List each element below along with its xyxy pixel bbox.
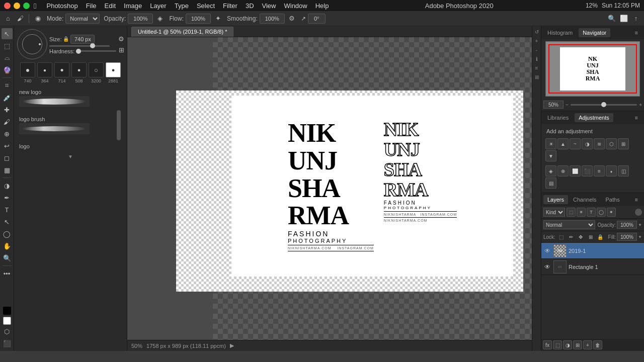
move-tool[interactable]: ↖ bbox=[2, 28, 13, 39]
minimize-button[interactable] bbox=[14, 3, 20, 9]
clone-tool[interactable]: ⊕ bbox=[2, 128, 13, 139]
rotate-view-icon[interactable]: ↺ bbox=[533, 28, 540, 35]
panel-menu-icon[interactable]: ≡ bbox=[631, 28, 642, 37]
tab-libraries[interactable]: Libraries bbox=[543, 113, 573, 122]
adj-exposure[interactable]: ◑ bbox=[582, 138, 593, 149]
marquee-tool[interactable]: ⬚ bbox=[2, 40, 13, 51]
healing-tool[interactable]: ✚ bbox=[2, 104, 13, 115]
nav-zoom-slider[interactable] bbox=[571, 104, 637, 106]
layer-delete-btn[interactable]: 🗑 bbox=[593, 340, 602, 349]
adj-invert[interactable]: ⬛ bbox=[582, 165, 593, 176]
frame-icon[interactable]: ⬜ bbox=[619, 14, 629, 24]
opacity-input[interactable] bbox=[128, 14, 153, 24]
info-icon[interactable]: ℹ bbox=[533, 55, 540, 62]
adj-channelmixer[interactable]: ⊕ bbox=[557, 165, 569, 176]
lock-position[interactable]: ✥ bbox=[577, 233, 585, 241]
menu-type[interactable]: Type bbox=[171, 1, 193, 11]
adj-colorbalance[interactable]: ⊞ bbox=[618, 138, 629, 149]
quick-select-tool[interactable]: 🔮 bbox=[2, 64, 13, 75]
menu-view[interactable]: View bbox=[258, 1, 280, 11]
path-selection-tool[interactable]: ↖ bbox=[2, 216, 13, 227]
fill-value[interactable] bbox=[617, 233, 637, 241]
brush-item-logo-brush[interactable]: logo brush bbox=[17, 109, 124, 142]
tab-paths[interactable]: Paths bbox=[602, 195, 624, 204]
eyedropper-tool[interactable]: 💉 bbox=[2, 92, 13, 103]
opacity-value[interactable] bbox=[617, 221, 637, 229]
canvas-viewport[interactable]: NIK UNJ SHA RMA FASHION PHOTOGRAPHY NIKN… bbox=[127, 37, 532, 340]
quick-mask-icon[interactable]: ⬡ bbox=[2, 326, 13, 337]
tab-layers[interactable]: Layers bbox=[543, 195, 568, 204]
adj-selectivecolor[interactable]: ◫ bbox=[618, 165, 629, 176]
more-tools[interactable]: ••• bbox=[2, 268, 13, 279]
brush-item-logo[interactable]: logo bbox=[17, 142, 124, 152]
lock-artboards[interactable]: ⊞ bbox=[587, 233, 594, 241]
crop-tool[interactable]: ⌗ bbox=[2, 80, 13, 91]
lasso-tool[interactable]: ⌓ bbox=[2, 52, 13, 63]
mode-select[interactable]: Normal Multiply Screen bbox=[65, 14, 100, 24]
smoothing-settings-icon[interactable]: ⚙ bbox=[287, 14, 297, 24]
filter-type[interactable]: T bbox=[587, 208, 596, 217]
lock-transparent[interactable]: ⬚ bbox=[557, 233, 565, 241]
layer-fx-btn[interactable]: fx bbox=[543, 340, 552, 349]
filter-adj[interactable]: ☀ bbox=[577, 208, 586, 217]
gradient-tool[interactable]: ▦ bbox=[2, 164, 13, 175]
zoom-out-icon[interactable]: - bbox=[533, 46, 540, 53]
layer-new-btn[interactable]: + bbox=[583, 340, 592, 349]
tab-channels[interactable]: Channels bbox=[569, 195, 600, 204]
zoom-minus-icon[interactable]: − bbox=[566, 102, 569, 108]
adj-colrlookup[interactable]: ⬜ bbox=[570, 165, 581, 176]
brush-tool-icon[interactable]: 🖌 bbox=[15, 14, 25, 24]
airbrush-icon[interactable]: ✦ bbox=[213, 14, 223, 24]
preset-508[interactable]: ● 508 bbox=[71, 62, 87, 83]
layer-mask-btn[interactable]: ⬚ bbox=[553, 340, 562, 349]
background-color[interactable] bbox=[3, 317, 11, 325]
tab-adjustments[interactable]: Adjustments bbox=[575, 113, 613, 122]
lock-pixels[interactable]: ✏ bbox=[567, 233, 575, 241]
layer-eye-1[interactable]: 👁 bbox=[543, 247, 551, 255]
scroll-indicator[interactable] bbox=[117, 110, 121, 140]
adj-hsl[interactable]: ⬡ bbox=[606, 138, 617, 149]
preset-714[interactable]: ● 714 bbox=[54, 62, 69, 83]
hardness-slider[interactable] bbox=[76, 50, 116, 52]
blend-mode-select[interactable]: Normal bbox=[543, 220, 595, 229]
close-button[interactable] bbox=[4, 3, 11, 9]
size-input[interactable] bbox=[70, 35, 95, 44]
adj-panel-menu[interactable]: ≡ bbox=[631, 113, 642, 122]
layer-rectangle-1[interactable]: 👁 ▭ Rectangle 1 bbox=[541, 259, 644, 275]
menu-filter[interactable]: Filter bbox=[219, 1, 242, 11]
filter-shape[interactable]: ◯ bbox=[597, 208, 606, 217]
filter-pixel[interactable]: ⬚ bbox=[567, 208, 576, 217]
flow-input[interactable] bbox=[186, 14, 211, 24]
foreground-color[interactable] bbox=[3, 307, 11, 315]
adj-photofilter[interactable]: ◈ bbox=[545, 165, 556, 176]
adj-vibrance[interactable]: ≋ bbox=[594, 138, 605, 149]
layer-eye-2[interactable]: 👁 bbox=[543, 263, 551, 271]
screen-mode-icon[interactable]: ⬛ bbox=[2, 338, 13, 349]
brush-settings-icon[interactable]: ◉ bbox=[33, 14, 43, 24]
preset-364[interactable]: ● 364 bbox=[37, 62, 52, 83]
adj-filter-icon[interactable]: ▼ bbox=[545, 150, 556, 161]
smoothing-input[interactable] bbox=[260, 14, 285, 24]
preset-2881[interactable]: ● 2881 bbox=[106, 62, 121, 83]
document-tab[interactable]: Untitled-1 @ 50% (2019-1, RGB/8) * bbox=[131, 27, 233, 37]
pressure-icon[interactable]: ◈ bbox=[155, 14, 165, 24]
tab-histogram[interactable]: Histogram bbox=[543, 28, 577, 37]
arrow-icon[interactable]: ▶ bbox=[230, 342, 234, 349]
maximize-button[interactable] bbox=[23, 3, 30, 9]
adj-gradient-map[interactable]: ▤ bbox=[545, 177, 556, 189]
search-icon[interactable]: 🔍 bbox=[607, 14, 617, 24]
lock-all[interactable]: 🔒 bbox=[596, 233, 604, 241]
eraser-tool[interactable]: ◻ bbox=[2, 152, 13, 163]
menu-file[interactable]: File bbox=[82, 1, 101, 11]
scroll-down-arrow[interactable]: ▼ bbox=[68, 154, 73, 159]
layer-adj-btn[interactable]: ◑ bbox=[563, 340, 572, 349]
menu-image[interactable]: Image bbox=[120, 1, 146, 11]
zoom-tool[interactable]: 🔍 bbox=[2, 252, 13, 263]
menu-help[interactable]: Help bbox=[311, 1, 333, 11]
adj-posterize[interactable]: ≡ bbox=[594, 165, 605, 176]
preset-740[interactable]: ● 740 bbox=[20, 62, 35, 83]
layers-panel-menu[interactable]: ≡ bbox=[631, 195, 642, 204]
preset-3200[interactable]: ○ 3200 bbox=[89, 62, 104, 83]
dodge-tool[interactable]: ◑ bbox=[2, 180, 13, 191]
brush-item-new-logo[interactable]: new logo bbox=[17, 87, 124, 109]
